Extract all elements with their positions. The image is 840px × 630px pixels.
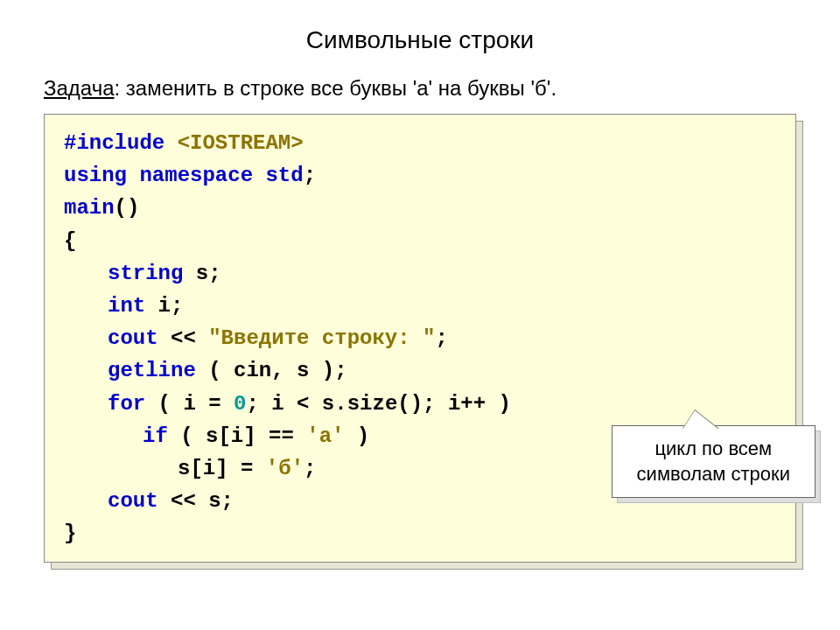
task-text: : заменить в строке все буквы 'а' на бук… [115, 76, 557, 100]
code-line-int: int i; [64, 290, 776, 322]
callout-pointer-icon [682, 410, 719, 430]
callout-line1: цикл по всем [637, 437, 790, 462]
code-line-main: main() [64, 192, 776, 224]
callout: цикл по всем символам строки [612, 425, 816, 498]
code-line-using: using namespace std; [64, 159, 776, 192]
code-line-getline: getline ( cin, s ); [64, 354, 776, 387]
code-line-rbrace: } [64, 517, 776, 550]
callout-box: цикл по всем символам строки [612, 425, 816, 498]
code-line-for: for ( i = 0; i < s.size(); i++ ) [64, 388, 776, 420]
code-line-include: #include <IOSTREAM> [64, 127, 776, 159]
code-line-cout-prompt: cout << "Введите строку: "; [64, 322, 776, 354]
page-title: Символьные строки [44, 26, 796, 54]
code-line-lbrace: { [64, 225, 776, 257]
task-label: Задача [44, 76, 115, 100]
code-line-string: string s; [64, 257, 776, 290]
task-description: Задача: заменить в строке все буквы 'а' … [44, 76, 796, 101]
callout-line2: символам строки [637, 462, 790, 487]
